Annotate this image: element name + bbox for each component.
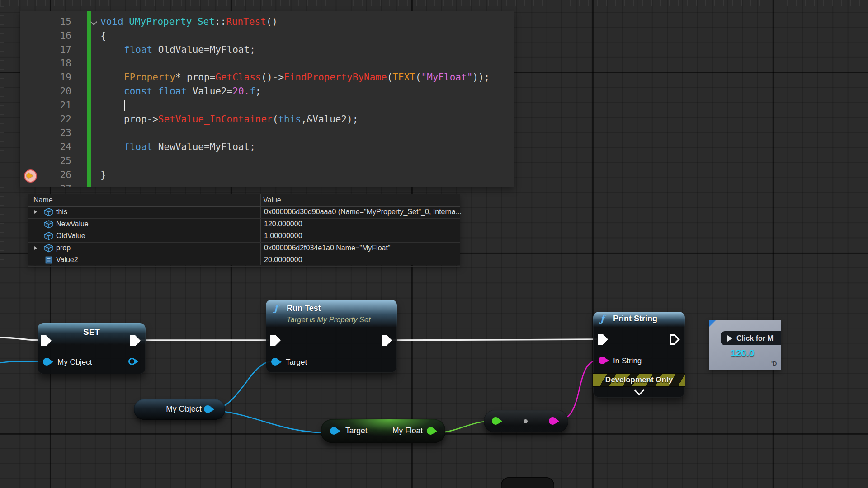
- top-tick-ruler: [0, 0, 868, 6]
- run-test-subtitle: Target is My Property Set: [287, 315, 371, 324]
- text-caret: [124, 100, 125, 111]
- code-line[interactable]: 15void UMyProperty_Set::RunTest(): [20, 15, 514, 29]
- my-object-getter-node[interactable]: My Object: [134, 399, 225, 420]
- print-in-string-pin[interactable]: [599, 357, 606, 364]
- my-float-out-pin[interactable]: [427, 427, 434, 435]
- run-test-title: Run Test: [287, 304, 321, 313]
- code-lines: 15void UMyProperty_Set::RunTest()16{17fl…: [20, 15, 514, 187]
- variable-name: Value2: [56, 256, 78, 264]
- current-line-highlight: [98, 99, 514, 113]
- conversion-out-pin[interactable]: [549, 417, 557, 425]
- watch-rows: this0x000006d30d90aaa0 (Name="MyProperty…: [28, 206, 460, 267]
- conversion-in-pin[interactable]: [492, 417, 500, 425]
- print-string-title: Print String: [613, 314, 657, 324]
- watch-row[interactable]: Value220.0000000: [28, 254, 460, 267]
- set-my-object-in-pin[interactable]: [43, 358, 51, 366]
- function-icon: ƒ: [600, 313, 604, 324]
- variable-name: OldValue: [56, 232, 85, 240]
- code-line[interactable]: 21: [20, 99, 514, 113]
- click-for-label: Click for M: [736, 334, 774, 343]
- code-line[interactable]: 25: [20, 154, 514, 168]
- viewport-corner-triangle: [709, 320, 716, 327]
- variable-value: 120.000000: [264, 220, 302, 228]
- set-my-object-label: My Object: [57, 358, 92, 367]
- printed-string-value: 120.0: [731, 347, 755, 358]
- code-text: {: [100, 29, 106, 43]
- my-object-getter-out-pin[interactable]: [204, 405, 212, 413]
- code-text: prop->SetValue_InContainer(this,&Value2)…: [124, 113, 358, 127]
- function-icon: ƒ: [274, 303, 278, 314]
- blueprint-editor-canvas[interactable]: SET My Object ƒ Run Test Target is My Pr…: [0, 0, 868, 488]
- float-to-string-conversion-node[interactable]: [484, 410, 568, 432]
- line-number: 23: [20, 126, 71, 140]
- run-test-exec-in-pin[interactable]: [270, 335, 281, 346]
- print-string-node[interactable]: ƒ Print String In String Development Onl…: [593, 312, 685, 398]
- code-text: float NewValue=MyFloat;: [124, 140, 255, 154]
- line-number: 22: [20, 113, 71, 127]
- code-text: }: [100, 168, 106, 182]
- code-line[interactable]: 19FProperty* prop=GetClass()->FindProper…: [20, 70, 514, 84]
- code-line[interactable]: 27: [20, 182, 514, 187]
- set-node[interactable]: SET My Object: [38, 323, 146, 374]
- code-line[interactable]: 16{: [20, 29, 514, 43]
- left-tick-ruler: [0, 6, 4, 264]
- expander-icon[interactable]: [34, 210, 37, 214]
- code-text: FProperty* prop=GetClass()->FindProperty…: [124, 70, 490, 84]
- object-cube-icon: [44, 208, 53, 216]
- partially-visible-node[interactable]: [501, 477, 554, 488]
- line-number: 18: [20, 56, 71, 70]
- play-arrow-icon: [727, 335, 732, 342]
- watch-header-row: Name Value: [28, 194, 460, 207]
- run-test-target-pin[interactable]: [271, 358, 279, 366]
- set-my-object-out-pin[interactable]: [128, 358, 136, 365]
- code-text: void UMyProperty_Set::RunTest(): [100, 15, 278, 29]
- run-test-target-label: Target: [286, 358, 307, 367]
- code-line[interactable]: 24float NewValue=MyFloat;: [20, 140, 514, 154]
- line-number: 21: [20, 99, 71, 113]
- object-cube-icon: [44, 220, 53, 229]
- line-number: 25: [20, 154, 71, 168]
- print-exec-out-pin[interactable]: [670, 334, 680, 345]
- expander-icon[interactable]: [34, 246, 37, 250]
- run-test-node[interactable]: ƒ Run Test Target is My Property Set Tar…: [266, 300, 397, 373]
- watch-row[interactable]: prop0x000006d2f034e1a0 Name="MyFloat": [28, 243, 460, 255]
- viewport-overlay-panel: Click for M 120.0 'D: [709, 320, 781, 370]
- run-test-exec-out-pin[interactable]: [382, 335, 392, 346]
- line-number: 24: [20, 140, 71, 154]
- value-column-header: Value: [263, 196, 281, 204]
- fold-chevron-icon[interactable]: [90, 19, 98, 26]
- line-number: 16: [20, 29, 71, 43]
- set-node-title: SET: [38, 327, 146, 337]
- debugger-current-line-icon[interactable]: [24, 169, 37, 183]
- code-line[interactable]: 20const float Value2=20.f;: [20, 84, 514, 99]
- my-float-target-in-pin[interactable]: [330, 427, 338, 435]
- variable-value: 1.00000000: [264, 232, 302, 240]
- variable-name: this: [56, 208, 67, 216]
- my-object-getter-label: My Object: [166, 404, 202, 414]
- line-number: 27: [20, 182, 71, 187]
- variable-name: prop: [56, 244, 71, 252]
- code-text: const float Value2=20.f;: [124, 84, 261, 99]
- code-line[interactable]: 18: [20, 56, 514, 70]
- code-editor-panel[interactable]: 15void UMyProperty_Set::RunTest()16{17fl…: [20, 11, 514, 187]
- object-cube-icon: [44, 232, 53, 240]
- line-number: 20: [20, 84, 71, 99]
- variable-value: 20.0000000: [264, 256, 302, 264]
- watch-row[interactable]: this0x000006d30d90aaa0 (Name="MyProperty…: [28, 206, 460, 219]
- code-line[interactable]: 23: [20, 126, 514, 140]
- line-number: 15: [20, 15, 71, 29]
- my-float-getter-node[interactable]: Target My Float: [321, 419, 445, 443]
- watch-row[interactable]: NewValue120.000000: [28, 219, 460, 231]
- print-exec-in-pin[interactable]: [598, 334, 608, 345]
- code-text: float OldValue=MyFloat;: [124, 43, 255, 57]
- watch-row[interactable]: OldValue1.00000000: [28, 230, 460, 243]
- code-line[interactable]: 17float OldValue=MyFloat;: [20, 43, 514, 57]
- variable-value: 0x000006d30d90aaa0 (Name="MyProperty_Set…: [264, 208, 462, 216]
- variable-watch-panel[interactable]: Name Value this0x000006d30d90aaa0 (Name=…: [28, 194, 460, 265]
- partial-text: 'D: [771, 360, 777, 367]
- click-for-mouse-button[interactable]: Click for M: [721, 331, 781, 345]
- object-cube-icon: [44, 244, 53, 253]
- code-line[interactable]: 22prop->SetValue_InContainer(this,&Value…: [20, 113, 514, 127]
- line-number: 19: [20, 70, 71, 84]
- code-line[interactable]: 26}: [20, 168, 514, 182]
